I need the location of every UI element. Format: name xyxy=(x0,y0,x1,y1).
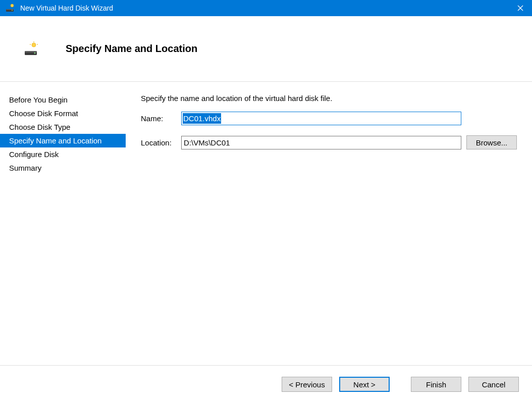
location-input[interactable] xyxy=(181,136,461,149)
svg-point-12 xyxy=(34,52,36,54)
sidebar-item-specify-name-location[interactable]: Specify Name and Location xyxy=(0,134,126,147)
wizard-content: Specify the name and location of the vir… xyxy=(126,82,532,365)
previous-button[interactable]: < Previous xyxy=(282,377,332,392)
page-title: Specify Name and Location xyxy=(66,43,197,55)
window-title: New Virtual Hard Disk Wizard xyxy=(20,4,509,12)
close-button[interactable] xyxy=(509,0,532,16)
titlebar: New Virtual Hard Disk Wizard xyxy=(0,0,532,16)
location-label: Location: xyxy=(141,138,181,147)
browse-button[interactable]: Browse... xyxy=(466,135,517,149)
app-icon xyxy=(5,3,15,13)
sidebar-item-configure-disk[interactable]: Configure Disk xyxy=(0,147,126,161)
name-input-value: DC01.vhdx xyxy=(183,113,221,124)
svg-rect-2 xyxy=(6,9,14,10)
name-label: Name: xyxy=(141,114,181,123)
svg-point-0 xyxy=(11,4,14,7)
finish-button[interactable]: Finish xyxy=(411,377,461,392)
name-input[interactable]: DC01.vhdx xyxy=(181,112,461,125)
sidebar-item-choose-disk-type[interactable]: Choose Disk Type xyxy=(0,120,126,134)
wizard-icon xyxy=(23,41,39,57)
wizard-footer: < Previous Next > Finish Cancel xyxy=(0,365,532,403)
location-row: Location: Browse... xyxy=(141,135,517,149)
svg-point-3 xyxy=(12,10,13,11)
next-button[interactable]: Next > xyxy=(339,377,390,392)
sidebar-item-before-you-begin[interactable]: Before You Begin xyxy=(0,93,126,107)
sidebar-item-summary[interactable]: Summary xyxy=(0,161,126,175)
cancel-button[interactable]: Cancel xyxy=(468,377,519,392)
wizard-body: Before You Begin Choose Disk Format Choo… xyxy=(0,82,532,365)
svg-point-6 xyxy=(32,43,36,47)
wizard-steps-sidebar: Before You Begin Choose Disk Format Choo… xyxy=(0,82,126,365)
sidebar-item-choose-disk-format[interactable]: Choose Disk Format xyxy=(0,107,126,120)
name-row: Name: DC01.vhdx xyxy=(141,112,517,125)
instruction-text: Specify the name and location of the vir… xyxy=(141,94,517,103)
close-icon xyxy=(517,5,523,11)
wizard-header: Specify Name and Location xyxy=(0,16,532,82)
svg-rect-11 xyxy=(25,51,37,53)
